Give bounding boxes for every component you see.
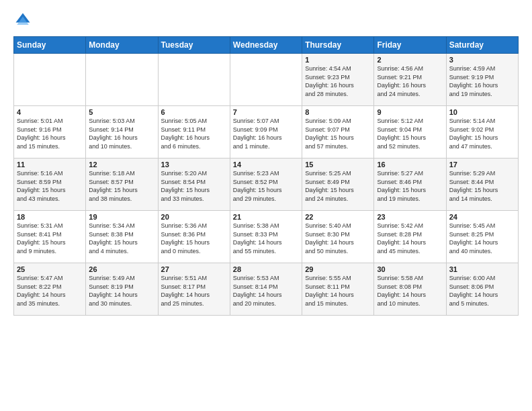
day-info: Sunrise: 5:23 AM Sunset: 8:52 PM Dayligh… [233, 169, 299, 203]
day-cell: 13Sunrise: 5:20 AM Sunset: 8:54 PM Dayli… [158, 158, 230, 211]
day-info: Sunrise: 5:29 AM Sunset: 8:44 PM Dayligh… [449, 169, 515, 203]
day-number: 22 [305, 213, 371, 221]
day-cell: 22Sunrise: 5:40 AM Sunset: 8:30 PM Dayli… [302, 211, 374, 263]
day-cell [158, 54, 230, 106]
day-info: Sunrise: 5:55 AM Sunset: 8:11 PM Dayligh… [305, 274, 371, 308]
day-number: 13 [161, 161, 227, 169]
day-cell: 11Sunrise: 5:16 AM Sunset: 8:59 PM Dayli… [14, 158, 86, 211]
day-info: Sunrise: 5:38 AM Sunset: 8:33 PM Dayligh… [233, 222, 299, 255]
day-number: 27 [161, 265, 227, 273]
page: SundayMondayTuesdayWednesdayThursdayFrid… [0, 0, 532, 411]
day-cell: 4Sunrise: 5:01 AM Sunset: 9:16 PM Daylig… [14, 106, 86, 158]
day-info: Sunrise: 5:34 AM Sunset: 8:38 PM Dayligh… [89, 222, 154, 255]
day-cell: 29Sunrise: 5:55 AM Sunset: 8:11 PM Dayli… [302, 263, 374, 316]
day-number: 12 [89, 161, 154, 169]
day-cell: 8Sunrise: 5:09 AM Sunset: 9:07 PM Daylig… [302, 106, 374, 158]
col-header-saturday: Saturday [446, 37, 518, 54]
day-info: Sunrise: 4:56 AM Sunset: 9:21 PM Dayligh… [377, 64, 443, 98]
day-number: 28 [233, 265, 299, 273]
day-number: 29 [305, 265, 371, 273]
week-row-1: 1Sunrise: 4:54 AM Sunset: 9:23 PM Daylig… [14, 54, 519, 106]
day-cell: 15Sunrise: 5:25 AM Sunset: 8:49 PM Dayli… [302, 158, 374, 211]
day-number: 3 [449, 56, 515, 64]
day-info: Sunrise: 5:12 AM Sunset: 9:04 PM Dayligh… [377, 117, 443, 150]
day-number: 1 [305, 56, 371, 64]
header-row: SundayMondayTuesdayWednesdayThursdayFrid… [14, 37, 519, 54]
day-cell: 6Sunrise: 5:05 AM Sunset: 9:11 PM Daylig… [158, 106, 230, 158]
day-info: Sunrise: 5:36 AM Sunset: 8:36 PM Dayligh… [161, 222, 227, 255]
day-number: 14 [233, 161, 299, 169]
day-number: 18 [17, 213, 83, 221]
day-info: Sunrise: 5:49 AM Sunset: 8:19 PM Dayligh… [89, 274, 154, 308]
day-number: 15 [305, 161, 371, 169]
day-number: 8 [305, 108, 371, 116]
day-number: 25 [17, 265, 83, 273]
day-cell: 14Sunrise: 5:23 AM Sunset: 8:52 PM Dayli… [230, 158, 302, 211]
day-info: Sunrise: 5:25 AM Sunset: 8:49 PM Dayligh… [305, 169, 371, 203]
day-number: 23 [377, 213, 443, 221]
day-number: 30 [377, 265, 443, 273]
day-number: 21 [233, 213, 299, 221]
week-row-2: 4Sunrise: 5:01 AM Sunset: 9:16 PM Daylig… [14, 106, 519, 158]
day-info: Sunrise: 4:59 AM Sunset: 9:19 PM Dayligh… [449, 64, 515, 98]
day-cell: 20Sunrise: 5:36 AM Sunset: 8:36 PM Dayli… [158, 211, 230, 263]
day-number: 17 [449, 161, 515, 169]
day-info: Sunrise: 5:53 AM Sunset: 8:14 PM Dayligh… [233, 274, 299, 308]
col-header-wednesday: Wednesday [230, 37, 302, 54]
day-info: Sunrise: 5:07 AM Sunset: 9:09 PM Dayligh… [233, 117, 299, 150]
day-cell: 9Sunrise: 5:12 AM Sunset: 9:04 PM Daylig… [374, 106, 446, 158]
col-header-thursday: Thursday [302, 37, 374, 54]
day-cell: 31Sunrise: 6:00 AM Sunset: 8:06 PM Dayli… [446, 263, 518, 316]
day-cell: 30Sunrise: 5:58 AM Sunset: 8:08 PM Dayli… [374, 263, 446, 316]
day-cell: 17Sunrise: 5:29 AM Sunset: 8:44 PM Dayli… [446, 158, 518, 211]
day-cell: 26Sunrise: 5:49 AM Sunset: 8:19 PM Dayli… [86, 263, 158, 316]
day-number: 10 [449, 108, 515, 116]
day-cell: 16Sunrise: 5:27 AM Sunset: 8:46 PM Dayli… [374, 158, 446, 211]
day-info: Sunrise: 5:27 AM Sunset: 8:46 PM Dayligh… [377, 169, 443, 203]
day-cell: 10Sunrise: 5:14 AM Sunset: 9:02 PM Dayli… [446, 106, 518, 158]
day-number: 2 [377, 56, 443, 64]
day-number: 4 [17, 108, 83, 116]
day-info: Sunrise: 5:40 AM Sunset: 8:30 PM Dayligh… [305, 222, 371, 255]
day-cell: 19Sunrise: 5:34 AM Sunset: 8:38 PM Dayli… [86, 211, 158, 263]
logo-icon [13, 11, 32, 30]
day-number: 19 [89, 213, 154, 221]
day-info: Sunrise: 5:51 AM Sunset: 8:17 PM Dayligh… [161, 274, 227, 308]
day-info: Sunrise: 5:42 AM Sunset: 8:28 PM Dayligh… [377, 222, 443, 255]
logo [13, 11, 35, 30]
day-info: Sunrise: 6:00 AM Sunset: 8:06 PM Dayligh… [449, 274, 515, 308]
day-number: 6 [161, 108, 227, 116]
col-header-monday: Monday [86, 37, 158, 54]
day-number: 9 [377, 108, 443, 116]
week-row-4: 18Sunrise: 5:31 AM Sunset: 8:41 PM Dayli… [14, 211, 519, 263]
day-cell [230, 54, 302, 106]
day-cell: 27Sunrise: 5:51 AM Sunset: 8:17 PM Dayli… [158, 263, 230, 316]
day-cell: 23Sunrise: 5:42 AM Sunset: 8:28 PM Dayli… [374, 211, 446, 263]
day-cell: 1Sunrise: 4:54 AM Sunset: 9:23 PM Daylig… [302, 54, 374, 106]
col-header-tuesday: Tuesday [158, 37, 230, 54]
day-cell: 21Sunrise: 5:38 AM Sunset: 8:33 PM Dayli… [230, 211, 302, 263]
day-info: Sunrise: 5:16 AM Sunset: 8:59 PM Dayligh… [17, 169, 83, 203]
day-cell: 25Sunrise: 5:47 AM Sunset: 8:22 PM Dayli… [14, 263, 86, 316]
day-cell [14, 54, 86, 106]
day-number: 11 [17, 161, 83, 169]
day-info: Sunrise: 5:18 AM Sunset: 8:57 PM Dayligh… [89, 169, 154, 203]
day-number: 24 [449, 213, 515, 221]
col-header-sunday: Sunday [14, 37, 86, 54]
day-cell: 5Sunrise: 5:03 AM Sunset: 9:14 PM Daylig… [86, 106, 158, 158]
day-number: 16 [377, 161, 443, 169]
day-number: 5 [89, 108, 154, 116]
calendar-table: SundayMondayTuesdayWednesdayThursdayFrid… [13, 36, 519, 316]
day-info: Sunrise: 4:54 AM Sunset: 9:23 PM Dayligh… [305, 64, 371, 98]
day-info: Sunrise: 5:31 AM Sunset: 8:41 PM Dayligh… [17, 222, 83, 255]
day-cell: 7Sunrise: 5:07 AM Sunset: 9:09 PM Daylig… [230, 106, 302, 158]
day-number: 31 [449, 265, 515, 273]
day-cell [86, 54, 158, 106]
day-cell: 2Sunrise: 4:56 AM Sunset: 9:21 PM Daylig… [374, 54, 446, 106]
day-info: Sunrise: 5:45 AM Sunset: 8:25 PM Dayligh… [449, 222, 515, 255]
day-info: Sunrise: 5:09 AM Sunset: 9:07 PM Dayligh… [305, 117, 371, 150]
day-info: Sunrise: 5:01 AM Sunset: 9:16 PM Dayligh… [17, 117, 83, 150]
day-cell: 24Sunrise: 5:45 AM Sunset: 8:25 PM Dayli… [446, 211, 518, 263]
day-number: 7 [233, 108, 299, 116]
day-info: Sunrise: 5:03 AM Sunset: 9:14 PM Dayligh… [89, 117, 154, 150]
